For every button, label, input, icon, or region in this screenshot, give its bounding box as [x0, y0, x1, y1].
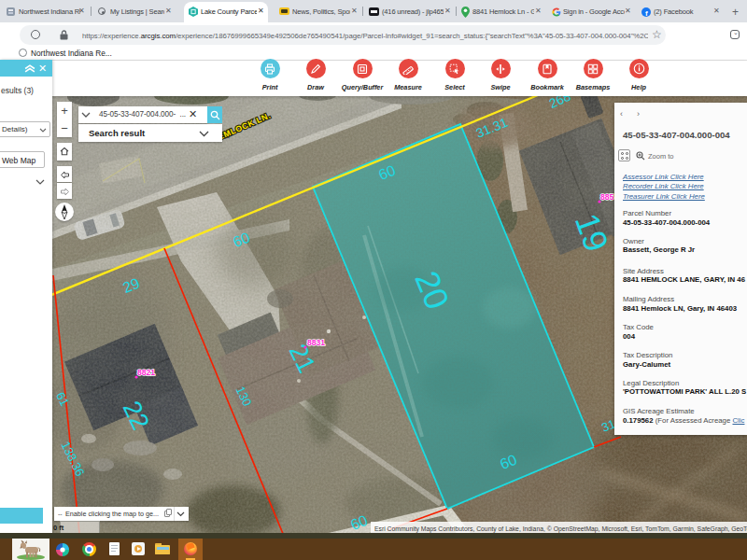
svg-text:8831: 8831: [307, 338, 325, 347]
svg-text:8821: 8821: [137, 368, 155, 377]
svg-text:885: 885: [600, 192, 614, 202]
